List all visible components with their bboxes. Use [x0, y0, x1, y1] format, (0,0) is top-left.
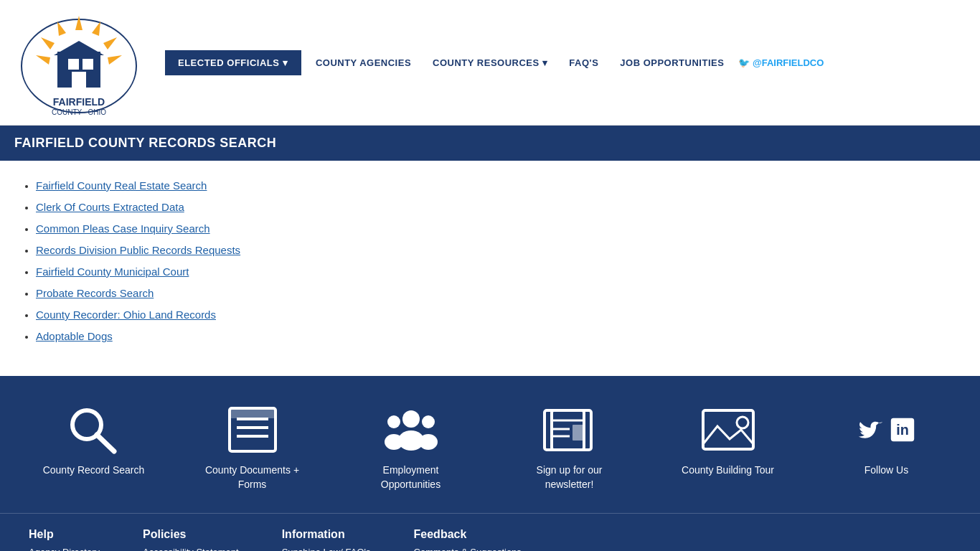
common-pleas-link[interactable]: Common Pleas Case Inquiry Search: [36, 222, 210, 235]
land-records-link[interactable]: County Recorder: Ohio Land Records: [36, 309, 216, 321]
footer-label: Follow Us: [864, 463, 908, 478]
agency-directory-link[interactable]: Agency Directory: [29, 547, 100, 551]
svg-rect-21: [230, 408, 275, 418]
footer-label: Employment Opportunities: [354, 463, 468, 491]
svg-rect-10: [83, 59, 93, 70]
twitter-link[interactable]: 🐦 @FAIRFIELDCO: [738, 57, 824, 68]
svg-rect-11: [72, 72, 86, 88]
list-item: Common Pleas Case Inquiry Search: [36, 218, 962, 240]
comments-link[interactable]: Comments & Suggestions: [414, 547, 522, 551]
footer-col-heading: Feedback: [414, 528, 522, 541]
list-item: Clerk Of Courts Extracted Data: [36, 197, 962, 218]
footer-col-policies: Policies Accessibility Statement: [143, 528, 239, 551]
probate-records-link[interactable]: Probate Records Search: [36, 287, 154, 299]
records-link-list: Fairfield County Real Estate Search Cler…: [18, 175, 962, 347]
county-agencies-link[interactable]: COUNTY AGENCIES: [308, 50, 418, 75]
municipal-court-link[interactable]: Fairfield County Municipal Court: [36, 265, 189, 278]
svg-text:COUNTY · OHIO: COUNTY · OHIO: [52, 108, 106, 116]
footer-label: County Record Search: [43, 463, 145, 478]
page-title: FAIRFIELD COUNTY RECORDS SEARCH: [14, 136, 276, 150]
svg-line-16: [97, 435, 114, 451]
footer-col-heading: Policies: [143, 528, 239, 541]
list-item: Fairfield County Real Estate Search: [36, 175, 962, 197]
dropdown-arrow-icon: ▾: [283, 57, 288, 68]
list-item: Probate Records Search: [36, 283, 962, 304]
svg-point-22: [402, 410, 420, 428]
page-title-bar: FAIRFIELD COUNTY RECORDS SEARCH: [0, 126, 980, 161]
real-estate-search-link[interactable]: Fairfield County Real Estate Search: [36, 179, 207, 192]
forms-icon: [224, 405, 281, 455]
people-icon: [382, 405, 440, 455]
footer-col-heading: Help: [29, 528, 100, 541]
footer-bottom: Help Agency Directory Policies Accessibi…: [0, 513, 980, 551]
footer-county-record-search[interactable]: County Record Search: [37, 405, 151, 478]
main-nav: ELECTED OFFICIALS ▾ COUNTY AGENCIES COUN…: [165, 50, 824, 75]
footer-label: County Documents + Forms: [195, 463, 310, 491]
footer: County Record Search County Documents + …: [0, 376, 980, 551]
elected-officials-button[interactable]: ELECTED OFFICIALS ▾: [165, 50, 301, 75]
site-logo: FAIRFIELD COUNTY · OHIO: [14, 9, 143, 116]
list-item: County Recorder: Ohio Land Records: [36, 304, 962, 326]
svg-rect-33: [573, 425, 585, 441]
site-header: FAIRFIELD COUNTY · OHIO ELECTED OFFICIAL…: [0, 0, 980, 126]
dropdown-arrow-icon: ▾: [542, 57, 548, 68]
adoptable-dogs-link[interactable]: Adoptable Dogs: [36, 330, 113, 342]
svg-point-26: [422, 415, 435, 428]
svg-point-24: [387, 415, 400, 428]
footer-label: Sign up for our newsletter!: [512, 463, 627, 491]
newspaper-icon: [541, 405, 598, 455]
social-icons: in: [858, 405, 915, 455]
footer-newsletter[interactable]: Sign up for our newsletter!: [512, 405, 627, 491]
main-content: Fairfield County Real Estate Search Cler…: [0, 161, 980, 376]
list-item: Fairfield County Municipal Court: [36, 261, 962, 283]
search-icon: [65, 405, 123, 455]
twitter-icon: 🐦: [738, 57, 753, 68]
faqs-link[interactable]: FAQ'S: [562, 50, 606, 75]
svg-point-27: [419, 434, 438, 450]
footer-col-heading: Information: [282, 528, 371, 541]
accessibility-link[interactable]: Accessibility Statement: [143, 547, 239, 551]
sunshine-law-link[interactable]: Sunshine Law/ FAQ's: [282, 547, 371, 551]
clerk-courts-link[interactable]: Clerk Of Courts Extracted Data: [36, 201, 184, 213]
image-icon: [699, 405, 757, 455]
svg-text:in: in: [896, 422, 909, 438]
footer-employment[interactable]: Employment Opportunities: [354, 405, 468, 491]
footer-building-tour[interactable]: County Building Tour: [671, 405, 786, 478]
footer-label: County Building Tour: [682, 463, 774, 478]
job-opportunities-link[interactable]: JOB OPPORTUNITIES: [613, 50, 731, 75]
footer-follow-us[interactable]: in Follow Us: [829, 405, 944, 478]
list-item: Adoptable Dogs: [36, 326, 962, 347]
logo-area: FAIRFIELD COUNTY · OHIO: [14, 9, 143, 116]
footer-col-information: Information Sunshine Law/ FAQ's: [282, 528, 371, 551]
svg-rect-9: [68, 59, 79, 70]
svg-text:FAIRFIELD: FAIRFIELD: [53, 96, 105, 108]
county-resources-link[interactable]: COUNTY RESOURCES ▾: [425, 50, 555, 75]
footer-col-feedback: Feedback Comments & Suggestions: [414, 528, 522, 551]
footer-col-help: Help Agency Directory: [29, 528, 100, 551]
footer-documents-forms[interactable]: County Documents + Forms: [195, 405, 310, 491]
list-item: Records Division Public Records Requests: [36, 240, 962, 261]
records-division-link[interactable]: Records Division Public Records Requests: [36, 244, 240, 256]
svg-point-35: [737, 417, 748, 428]
footer-icons-row: County Record Search County Documents + …: [0, 376, 980, 513]
svg-point-25: [385, 434, 403, 450]
svg-rect-34: [703, 410, 753, 449]
